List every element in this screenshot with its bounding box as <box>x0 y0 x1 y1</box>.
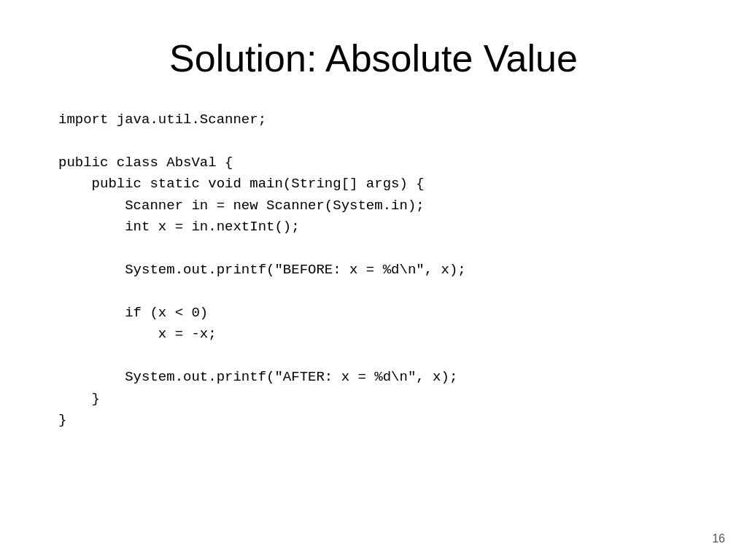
code-line: x = -x; <box>58 324 703 345</box>
code-line <box>58 281 703 303</box>
page-number: 16 <box>712 532 725 545</box>
code-line: Scanner in = new Scanner(System.in); <box>58 195 703 217</box>
code-line: import java.util.Scanner; <box>58 109 703 131</box>
code-line: System.out.printf("AFTER: x = %d\n", x); <box>58 367 703 388</box>
slide-title: Solution: Absolute Value <box>44 36 703 80</box>
code-line: System.out.printf("BEFORE: x = %d\n", x)… <box>58 260 703 281</box>
code-line: if (x < 0) <box>58 303 703 324</box>
code-line: public class AbsVal { <box>58 152 703 174</box>
code-block: import java.util.Scanner; public class A… <box>58 109 703 432</box>
code-line <box>58 238 703 260</box>
slide: Solution: Absolute Value import java.uti… <box>0 0 747 560</box>
code-line: } <box>58 389 703 410</box>
code-line: public static void main(String[] args) { <box>58 174 703 195</box>
code-line: int x = in.nextInt(); <box>58 217 703 238</box>
code-line <box>58 131 703 152</box>
code-line <box>58 346 703 367</box>
code-line: } <box>58 410 703 431</box>
